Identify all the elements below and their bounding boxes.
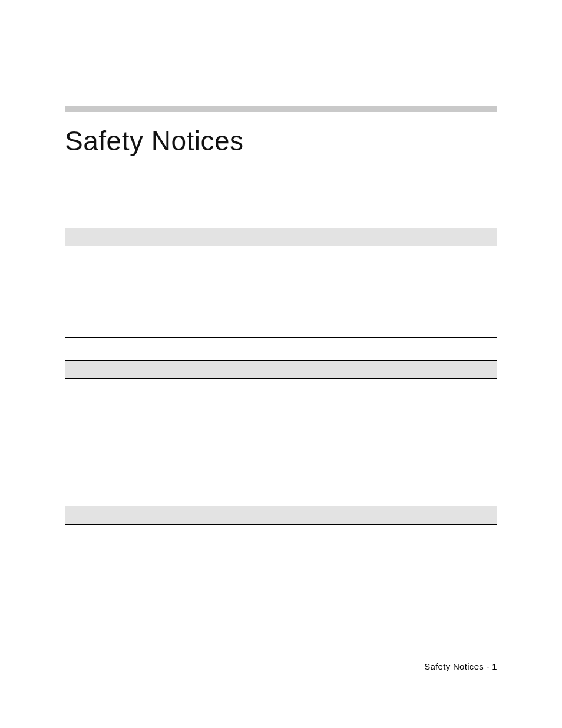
notice-heading	[65, 506, 497, 525]
notice-box-2	[65, 360, 497, 483]
page-title: Safety Notices	[65, 125, 497, 157]
notice-body	[65, 246, 497, 337]
notice-box-1	[65, 228, 497, 338]
title-rule	[65, 106, 497, 112]
footer-separator: -	[484, 661, 492, 671]
notice-body	[65, 525, 497, 551]
footer-page-number: 1	[492, 661, 497, 671]
page-footer: Safety Notices - 1	[424, 661, 497, 671]
document-page: Safety Notices Safety Notices - 1	[0, 0, 562, 728]
notice-heading	[65, 361, 497, 379]
notice-box-3	[65, 506, 497, 551]
footer-section: Safety Notices	[424, 661, 484, 671]
notice-body	[65, 379, 497, 483]
notice-heading	[65, 228, 497, 246]
